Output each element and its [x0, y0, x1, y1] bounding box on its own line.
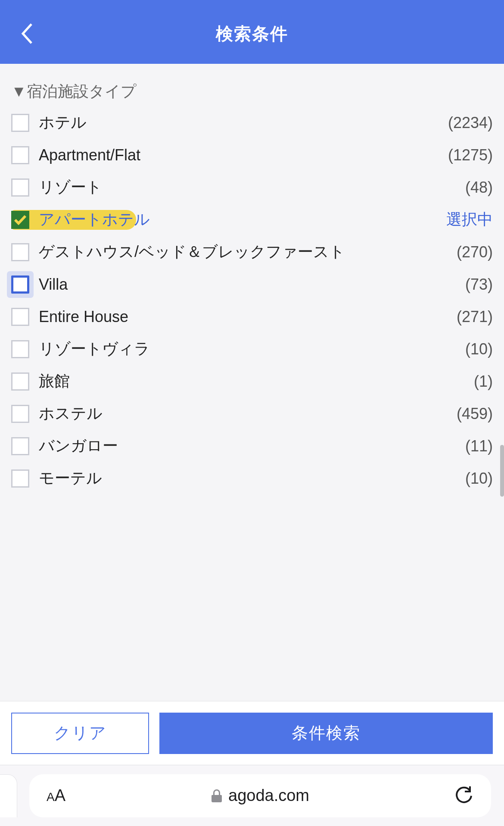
filter-row-count: (48) [465, 178, 493, 197]
filter-row[interactable]: ゲストハウス/ベッド＆ブレックファースト(270) [11, 236, 493, 268]
filter-row[interactable]: リゾート(48) [11, 171, 493, 203]
filter-row[interactable]: 旅館(1) [11, 365, 493, 397]
filter-row-label: Entire House [39, 308, 128, 326]
filter-row-count: (271) [457, 308, 493, 326]
lock-icon [211, 789, 222, 803]
checkbox[interactable] [11, 146, 29, 164]
filter-row-label: アパートホテル [39, 209, 150, 230]
search-button[interactable]: 条件検索 [159, 713, 493, 754]
filter-row[interactable]: Entire House(271) [11, 300, 493, 333]
filter-row[interactable]: バンガロー(11) [11, 430, 493, 462]
action-bar: クリア 条件検索 [0, 701, 504, 765]
reload-icon [456, 786, 473, 805]
filter-row-label: リゾートヴィラ [39, 338, 150, 360]
checkbox[interactable] [11, 178, 29, 197]
filter-row-label: Villa [39, 275, 68, 294]
selected-badge: 選択中 [446, 209, 493, 230]
tab-corner[interactable] [0, 774, 17, 817]
browser-chrome: AA agoda.com [0, 765, 504, 826]
header: 検索条件 [0, 3, 504, 64]
checkbox[interactable] [11, 340, 29, 358]
checkbox[interactable] [11, 243, 29, 261]
filter-row-count: (10) [465, 469, 493, 488]
filter-row-label: モーテル [39, 468, 102, 489]
filter-row-label: バンガロー [39, 435, 118, 457]
checkbox[interactable] [11, 469, 29, 488]
filter-row-count: (73) [465, 275, 493, 294]
filter-row[interactable]: ホテル(2234) [11, 106, 493, 139]
statusbar-spacer [0, 0, 504, 3]
back-button[interactable] [16, 19, 38, 49]
checkbox[interactable] [11, 211, 29, 229]
checkbox[interactable] [11, 437, 29, 455]
checkbox[interactable] [11, 114, 29, 132]
filter-row-count: (10) [465, 340, 493, 358]
filter-row-count: (1275) [448, 146, 493, 164]
filter-content: ▼宿泊施設タイプ ホテル(2234)Apartment/Flat(1275)リゾ… [0, 64, 504, 701]
checkbox[interactable] [11, 372, 29, 391]
filter-list: ホテル(2234)Apartment/Flat(1275)リゾート(48)アパー… [0, 106, 504, 494]
filter-row[interactable]: Apartment/Flat(1275) [11, 139, 493, 171]
filter-row-label: ホテル [39, 112, 87, 133]
clear-button[interactable]: クリア [11, 713, 149, 754]
filter-row[interactable]: モーテル(10) [11, 462, 493, 494]
filter-row[interactable]: リゾートヴィラ(10) [11, 333, 493, 365]
filter-row-count: (1) [474, 372, 493, 391]
filter-row-label: ホステル [39, 403, 103, 424]
check-icon [14, 215, 27, 225]
filter-row[interactable]: Villa(73) [11, 268, 493, 300]
checkbox[interactable] [11, 405, 29, 423]
checkbox[interactable] [11, 275, 29, 294]
reload-button[interactable] [455, 786, 474, 805]
url-domain: agoda.com [228, 786, 309, 805]
filter-row[interactable]: アパートホテル選択中 [11, 203, 493, 236]
filter-row-label: Apartment/Flat [39, 146, 140, 164]
filter-row[interactable]: ホステル(459) [11, 397, 493, 430]
filter-row-count: (459) [457, 405, 493, 423]
section-title-property-type[interactable]: ▼宿泊施設タイプ [0, 64, 504, 106]
filter-row-count: (11) [465, 437, 493, 455]
filter-row-label: ゲストハウス/ベッド＆ブレックファースト [39, 241, 345, 263]
scrollbar-thumb[interactable] [500, 445, 504, 497]
url-display: agoda.com [211, 786, 309, 805]
filter-row-label: 旅館 [39, 371, 70, 392]
page-title: 検索条件 [0, 22, 504, 46]
filter-row-count: (2234) [448, 114, 493, 132]
reader-aa-button[interactable]: AA [47, 786, 65, 805]
chevron-left-icon [20, 22, 34, 45]
filter-row-label: リゾート [39, 177, 102, 198]
filter-row-count: (270) [457, 243, 493, 261]
checkbox[interactable] [11, 308, 29, 326]
url-bar[interactable]: AA agoda.com [29, 774, 491, 817]
